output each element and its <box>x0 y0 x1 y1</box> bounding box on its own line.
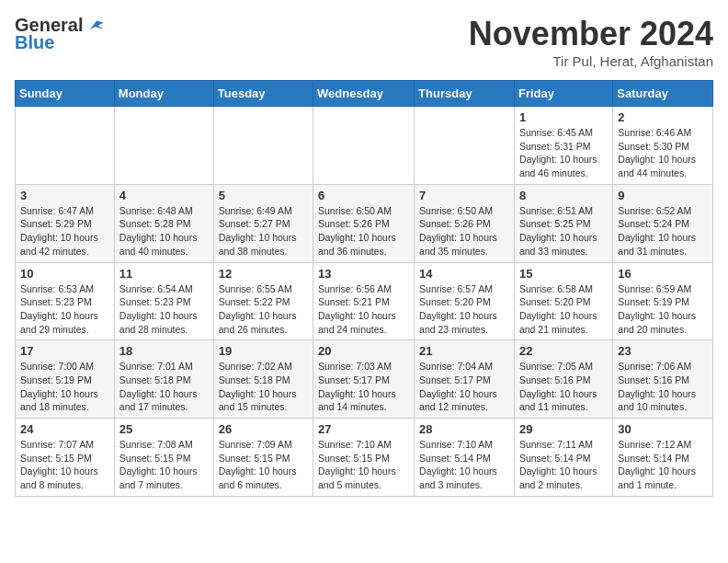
day-info: Sunrise: 7:05 AM Sunset: 5:16 PM Dayligh… <box>519 360 608 414</box>
day-cell: 27Sunrise: 7:10 AM Sunset: 5:15 PM Dayli… <box>313 419 415 497</box>
day-cell <box>213 107 313 185</box>
day-number: 8 <box>519 189 608 202</box>
day-number: 22 <box>519 344 608 358</box>
day-info: Sunrise: 6:58 AM Sunset: 5:20 PM Dayligh… <box>519 282 608 337</box>
day-cell: 7Sunrise: 6:50 AM Sunset: 5:26 PM Daylig… <box>415 184 515 262</box>
day-info: Sunrise: 6:46 AM Sunset: 5:30 PM Dayligh… <box>618 126 708 180</box>
day-info: Sunrise: 6:50 AM Sunset: 5:26 PM Dayligh… <box>318 204 409 259</box>
day-number: 15 <box>519 267 608 281</box>
day-info: Sunrise: 7:08 AM Sunset: 5:15 PM Dayligh… <box>119 438 209 492</box>
day-cell: 15Sunrise: 6:58 AM Sunset: 5:20 PM Dayli… <box>514 262 612 340</box>
day-cell: 28Sunrise: 7:10 AM Sunset: 5:14 PM Dayli… <box>415 419 515 497</box>
day-number: 24 <box>20 422 109 436</box>
weekday-header-monday: Monday <box>114 81 213 107</box>
day-cell <box>16 107 115 185</box>
weekday-header-saturday: Saturday <box>613 81 713 107</box>
calendar-table: SundayMondayTuesdayWednesdayThursdayFrid… <box>15 80 713 497</box>
day-cell: 10Sunrise: 6:53 AM Sunset: 5:23 PM Dayli… <box>16 262 115 340</box>
day-cell: 25Sunrise: 7:08 AM Sunset: 5:15 PM Dayli… <box>114 419 213 497</box>
title-area: November 2024 Tir Pul, Herat, Afghanista… <box>469 15 713 69</box>
page-header: General Blue November 2024 Tir Pul, Hera… <box>15 15 713 69</box>
day-cell: 19Sunrise: 7:02 AM Sunset: 5:18 PM Dayli… <box>213 340 313 419</box>
day-info: Sunrise: 7:11 AM Sunset: 5:14 PM Dayligh… <box>519 438 608 492</box>
day-info: Sunrise: 7:09 AM Sunset: 5:15 PM Dayligh… <box>219 438 308 492</box>
week-row-3: 10Sunrise: 6:53 AM Sunset: 5:23 PM Dayli… <box>16 262 713 340</box>
week-row-4: 17Sunrise: 7:00 AM Sunset: 5:19 PM Dayli… <box>16 340 713 419</box>
day-number: 7 <box>419 189 509 202</box>
day-number: 26 <box>219 422 308 436</box>
week-row-5: 24Sunrise: 7:07 AM Sunset: 5:15 PM Dayli… <box>16 419 713 497</box>
day-info: Sunrise: 7:12 AM Sunset: 5:14 PM Dayligh… <box>618 438 708 492</box>
day-cell: 20Sunrise: 7:03 AM Sunset: 5:17 PM Dayli… <box>313 340 415 419</box>
day-info: Sunrise: 6:48 AM Sunset: 5:28 PM Dayligh… <box>119 204 209 259</box>
day-info: Sunrise: 6:59 AM Sunset: 5:19 PM Dayligh… <box>618 282 708 337</box>
day-cell: 17Sunrise: 7:00 AM Sunset: 5:19 PM Dayli… <box>16 340 115 419</box>
day-cell: 22Sunrise: 7:05 AM Sunset: 5:16 PM Dayli… <box>514 340 612 419</box>
day-info: Sunrise: 7:01 AM Sunset: 5:18 PM Dayligh… <box>119 360 209 414</box>
day-info: Sunrise: 7:06 AM Sunset: 5:16 PM Dayligh… <box>618 360 708 414</box>
day-info: Sunrise: 7:03 AM Sunset: 5:17 PM Dayligh… <box>318 360 409 414</box>
week-row-1: 1Sunrise: 6:45 AM Sunset: 5:31 PM Daylig… <box>16 107 713 185</box>
day-number: 29 <box>519 422 608 436</box>
weekday-header-thursday: Thursday <box>415 81 515 107</box>
day-number: 17 <box>20 344 109 358</box>
day-number: 19 <box>219 344 308 358</box>
day-cell: 9Sunrise: 6:52 AM Sunset: 5:24 PM Daylig… <box>613 184 713 262</box>
day-info: Sunrise: 6:53 AM Sunset: 5:23 PM Dayligh… <box>20 282 109 337</box>
day-info: Sunrise: 6:49 AM Sunset: 5:27 PM Dayligh… <box>219 204 308 259</box>
month-title: November 2024 <box>469 15 713 53</box>
day-cell <box>415 107 515 185</box>
week-row-2: 3Sunrise: 6:47 AM Sunset: 5:29 PM Daylig… <box>16 184 713 262</box>
logo-bird-icon <box>85 16 105 36</box>
day-cell: 11Sunrise: 6:54 AM Sunset: 5:23 PM Dayli… <box>114 262 213 340</box>
logo-blue-text: Blue <box>15 32 54 53</box>
day-info: Sunrise: 6:56 AM Sunset: 5:21 PM Dayligh… <box>318 282 409 337</box>
weekday-header-friday: Friday <box>514 81 612 107</box>
day-info: Sunrise: 6:52 AM Sunset: 5:24 PM Dayligh… <box>618 204 708 259</box>
weekday-header-wednesday: Wednesday <box>313 81 415 107</box>
day-cell: 12Sunrise: 6:55 AM Sunset: 5:22 PM Dayli… <box>213 262 313 340</box>
day-info: Sunrise: 6:55 AM Sunset: 5:22 PM Dayligh… <box>219 282 308 337</box>
day-number: 4 <box>119 189 209 202</box>
location-title: Tir Pul, Herat, Afghanistan <box>469 53 713 69</box>
day-cell: 3Sunrise: 6:47 AM Sunset: 5:29 PM Daylig… <box>16 184 115 262</box>
day-number: 6 <box>318 189 409 202</box>
day-number: 28 <box>419 422 509 436</box>
day-cell: 5Sunrise: 6:49 AM Sunset: 5:27 PM Daylig… <box>213 184 313 262</box>
day-cell: 6Sunrise: 6:50 AM Sunset: 5:26 PM Daylig… <box>313 184 415 262</box>
day-number: 13 <box>318 267 409 281</box>
logo: General Blue <box>15 15 105 53</box>
day-info: Sunrise: 7:10 AM Sunset: 5:15 PM Dayligh… <box>318 438 409 492</box>
day-cell: 2Sunrise: 6:46 AM Sunset: 5:30 PM Daylig… <box>613 107 713 185</box>
day-number: 2 <box>618 110 708 124</box>
day-cell <box>313 107 415 185</box>
day-info: Sunrise: 6:50 AM Sunset: 5:26 PM Dayligh… <box>419 204 509 259</box>
day-number: 27 <box>318 422 409 436</box>
day-info: Sunrise: 6:54 AM Sunset: 5:23 PM Dayligh… <box>119 282 209 337</box>
day-cell: 26Sunrise: 7:09 AM Sunset: 5:15 PM Dayli… <box>213 419 313 497</box>
day-number: 9 <box>618 189 708 202</box>
day-number: 23 <box>618 344 708 358</box>
day-info: Sunrise: 7:02 AM Sunset: 5:18 PM Dayligh… <box>219 360 308 414</box>
day-number: 16 <box>618 267 708 281</box>
day-number: 18 <box>119 344 209 358</box>
day-cell: 4Sunrise: 6:48 AM Sunset: 5:28 PM Daylig… <box>114 184 213 262</box>
svg-marker-0 <box>90 20 104 29</box>
weekday-header-tuesday: Tuesday <box>213 81 313 107</box>
weekday-header-row: SundayMondayTuesdayWednesdayThursdayFrid… <box>16 81 713 107</box>
day-cell: 16Sunrise: 6:59 AM Sunset: 5:19 PM Dayli… <box>613 262 713 340</box>
day-info: Sunrise: 7:10 AM Sunset: 5:14 PM Dayligh… <box>419 438 509 492</box>
day-cell: 18Sunrise: 7:01 AM Sunset: 5:18 PM Dayli… <box>114 340 213 419</box>
day-number: 30 <box>618 422 708 436</box>
day-cell: 21Sunrise: 7:04 AM Sunset: 5:17 PM Dayli… <box>415 340 515 419</box>
day-cell: 24Sunrise: 7:07 AM Sunset: 5:15 PM Dayli… <box>16 419 115 497</box>
day-cell: 14Sunrise: 6:57 AM Sunset: 5:20 PM Dayli… <box>415 262 515 340</box>
day-cell: 1Sunrise: 6:45 AM Sunset: 5:31 PM Daylig… <box>514 107 612 185</box>
day-info: Sunrise: 6:51 AM Sunset: 5:25 PM Dayligh… <box>519 204 608 259</box>
day-number: 20 <box>318 344 409 358</box>
day-cell: 13Sunrise: 6:56 AM Sunset: 5:21 PM Dayli… <box>313 262 415 340</box>
day-info: Sunrise: 6:45 AM Sunset: 5:31 PM Dayligh… <box>519 126 608 180</box>
day-cell: 30Sunrise: 7:12 AM Sunset: 5:14 PM Dayli… <box>613 419 713 497</box>
day-cell <box>114 107 213 185</box>
day-info: Sunrise: 7:04 AM Sunset: 5:17 PM Dayligh… <box>419 360 509 414</box>
